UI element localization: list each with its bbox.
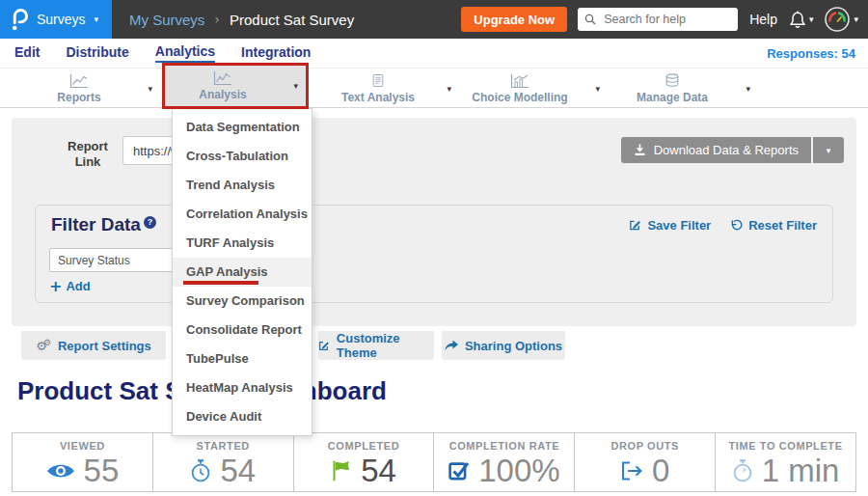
eye-icon <box>46 462 75 480</box>
menu-item-consolidate-report[interactable]: Consolidate Report <box>173 316 312 344</box>
survey-nav: Edit Distribute Analytics Integration Re… <box>0 39 868 68</box>
tab-sharing-options[interactable]: Sharing Options <box>442 331 565 360</box>
database-icon <box>664 72 681 89</box>
choice-modelling-button[interactable]: Choice Modelling <box>453 69 586 108</box>
reports-button[interactable]: Reports <box>19 69 139 108</box>
nav-item-edit[interactable]: Edit <box>14 44 40 62</box>
stat-completed: COMPLETED 54 <box>294 433 435 491</box>
stat-completion-rate: COMPLETION RATE 100% <box>434 433 575 491</box>
chevron-down-icon: ▾ <box>809 14 814 24</box>
add-filter-link[interactable]: + Add <box>49 279 91 293</box>
filter-data-title: Filter Data? <box>51 214 156 235</box>
download-options-caret[interactable]: ▾ <box>813 137 844 163</box>
gears-icon: ⚙⚙ <box>36 338 51 353</box>
menu-item-cross-tabulation[interactable]: Cross-Tabulation <box>173 142 312 171</box>
analysis-button[interactable]: Analysis <box>165 66 281 106</box>
chevron-down-icon[interactable]: ▾ <box>447 84 451 94</box>
toolbar-manage-data[interactable]: Manage Data ▾ <box>608 69 758 108</box>
text-analysis-button[interactable]: Text Analysis <box>318 69 438 108</box>
line-chart-icon <box>69 73 89 89</box>
breadcrumb-separator: › <box>214 12 220 27</box>
nav-item-integration[interactable]: Integration <box>241 44 311 62</box>
search-input[interactable] <box>602 12 719 27</box>
menu-item-turf-analysis[interactable]: TURF Analysis <box>173 229 312 258</box>
stopwatch-light-icon <box>732 459 753 482</box>
toolbar-analysis-highlighted[interactable]: Analysis ▾ <box>162 63 309 109</box>
download-data-reports-button[interactable]: Download Data & Reports <box>621 137 811 163</box>
toolbar-label: Analysis <box>199 88 246 101</box>
menu-item-trend-analysis[interactable]: Trend Analysis <box>173 171 312 200</box>
checkbox-icon <box>448 460 470 482</box>
flag-icon <box>331 460 352 482</box>
report-panel: Report Link Download Data & Reports ▾ Fi… <box>12 118 856 326</box>
responses-count[interactable]: Responses: 54 <box>767 46 855 61</box>
reset-undo-icon <box>730 219 743 232</box>
stopwatch-icon <box>190 459 211 482</box>
notifications-menu[interactable]: ▾ <box>789 11 814 29</box>
search-icon <box>584 14 596 25</box>
manage-data-button[interactable]: Manage Data <box>608 69 737 108</box>
download-label: Download Data & Reports <box>654 143 799 157</box>
analysis-dropdown-menu: Data Segmentation Cross-Tabulation Trend… <box>172 108 312 436</box>
help-search-box[interactable] <box>578 8 738 31</box>
toolbar-label: Text Analysis <box>341 91 415 104</box>
chevron-down-icon[interactable]: ▾ <box>746 84 750 94</box>
product-switcher[interactable]: Surveys ▾ <box>0 0 112 39</box>
reset-filter-link[interactable]: Reset Filter <box>730 218 817 233</box>
analysis-chart-icon <box>213 70 232 86</box>
avatar <box>825 7 850 32</box>
save-filter-link[interactable]: Save Filter <box>629 218 711 233</box>
menu-item-device-audit[interactable]: Device Audit <box>173 402 312 431</box>
toolbar-label: Choice Modelling <box>472 91 567 104</box>
menu-item-correlation-analysis[interactable]: Correlation Analysis <box>173 200 312 229</box>
questionpro-dashboard: Surveys ▾ My Surveys › Product Sat Surve… <box>0 0 868 496</box>
menu-item-tubepulse[interactable]: TubePulse <box>173 344 312 373</box>
stat-drop-outs: DROP OUTS 0 <box>575 433 716 491</box>
toolbar-choice-modelling[interactable]: Choice Modelling ▾ <box>453 69 608 108</box>
nav-item-distribute[interactable]: Distribute <box>66 44 128 62</box>
tab-customize-theme[interactable]: Customize Theme <box>318 331 434 360</box>
survey-stats-bar: VIEWED 55 STARTED 54 <box>12 432 856 492</box>
product-menu-label: Surveys <box>37 12 86 27</box>
chevron-down-icon[interactable]: ▾ <box>595 84 600 94</box>
filter-data-box: Filter Data? Save Filter Reset Filter <box>35 205 833 303</box>
bar-chart-icon <box>510 73 529 89</box>
download-icon <box>634 144 646 156</box>
exit-icon <box>620 461 643 481</box>
tab-report-settings[interactable]: ⚙⚙ Report Settings <box>21 331 166 360</box>
menu-item-data-segmentation[interactable]: Data Segmentation <box>173 113 312 142</box>
nav-item-analytics[interactable]: Analytics <box>155 43 215 63</box>
help-link[interactable]: Help <box>749 12 777 27</box>
report-link-label: Report Link <box>58 139 118 170</box>
stat-time-to-complete: TIME TO COMPLETE 1 min <box>716 433 855 491</box>
toolbar-reports[interactable]: Reports ▾ <box>19 69 160 108</box>
share-icon <box>445 340 458 351</box>
upgrade-now-button[interactable]: Upgrade Now <box>461 7 567 32</box>
bell-icon <box>789 11 806 29</box>
stat-viewed: VIEWED 55 <box>13 433 153 491</box>
toolbar-label: Reports <box>57 91 100 104</box>
menu-item-survey-comparison[interactable]: Survey Comparison <box>173 287 312 316</box>
chevron-down-icon: ▾ <box>95 14 99 24</box>
breadcrumb-my-surveys[interactable]: My Surveys <box>129 12 204 28</box>
top-header: Surveys ▾ My Surveys › Product Sat Surve… <box>0 0 868 39</box>
pencil-icon <box>318 340 330 352</box>
menu-item-gap-analysis[interactable]: GAP Analysis <box>173 258 312 287</box>
chevron-down-icon: ▾ <box>854 14 858 24</box>
stat-started: STARTED 54 <box>153 433 294 491</box>
toolbar-text-analysis[interactable]: Text Analysis ▾ <box>318 69 459 108</box>
breadcrumb-current-survey: Product Sat Survey <box>230 12 354 28</box>
filter-actions: Save Filter Reset Filter <box>629 218 817 233</box>
help-badge-icon[interactable]: ? <box>144 216 156 229</box>
questionpro-logo <box>10 7 28 32</box>
survey-status-value: Survey Status <box>58 254 130 267</box>
toolbar-label: Manage Data <box>637 91 708 104</box>
account-menu[interactable]: ▾ <box>825 7 858 32</box>
analytics-toolbar: Reports ▾ Analysis ▾ <box>0 68 868 108</box>
chevron-down-icon[interactable]: ▾ <box>148 84 152 94</box>
breadcrumb: My Surveys › Product Sat Survey <box>129 12 354 28</box>
chevron-down-icon[interactable]: ▾ <box>293 81 298 91</box>
plus-icon: + <box>49 280 62 292</box>
menu-item-heatmap-analysis[interactable]: HeatMap Analysis <box>173 373 312 402</box>
document-icon <box>370 72 386 89</box>
